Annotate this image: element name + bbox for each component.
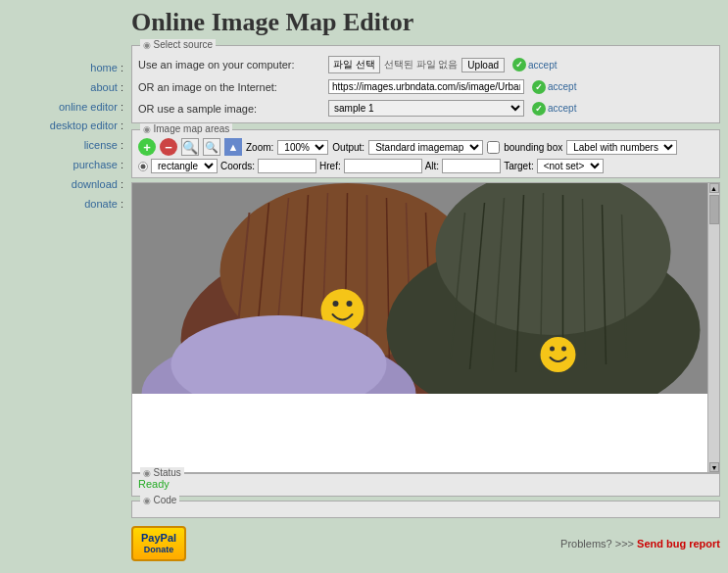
computer-row: Use an image on your computer: 파일 선택 선택된… (138, 56, 713, 73)
coords-row: rectangle circle polygon Coords: Href: A… (138, 159, 713, 173)
sidebar-item-donate[interactable]: donate : (0, 195, 123, 215)
sidebar-item-license[interactable]: license : (0, 136, 123, 156)
code-section: Code (131, 501, 720, 518)
accept-internet-btn[interactable]: ✓ accept (532, 80, 576, 94)
sidebar-item-about[interactable]: about : (0, 78, 123, 98)
code-legend: Code (140, 495, 179, 505)
imagemap-legend: Image map areas (140, 123, 232, 134)
bounding-box-checkbox[interactable] (487, 141, 500, 154)
scroll-down-arrow[interactable]: ▼ (709, 462, 719, 472)
check-icon-internet: ✓ (532, 80, 546, 94)
image-canvas: ▲ ▼ (131, 182, 720, 473)
accept-sample-label: accept (548, 103, 576, 114)
accept-computer-label: accept (528, 60, 557, 71)
source-section: Select source Use an image on your compu… (131, 45, 720, 123)
shape-select[interactable]: rectangle circle polygon (151, 159, 218, 173)
problems-text: Problems? >>> Send bug report (560, 538, 720, 549)
status-legend: Status (140, 467, 184, 478)
scroll-up-arrow[interactable]: ▲ (709, 183, 719, 193)
bounding-box-label: bounding box (504, 142, 562, 153)
content-area: Online Image Map Editor Select source Us… (127, 0, 728, 573)
no-file-label: 선택된 파일 없음 (384, 58, 459, 72)
zoom-label: Zoom: (246, 142, 273, 153)
computer-label: Use an image on your computer: (138, 59, 324, 71)
sample-label: OR use a sample image: (138, 103, 324, 115)
add-area-button[interactable]: + (138, 138, 156, 156)
internet-row: OR an image on the Internet: ✓ accept (138, 79, 713, 94)
label-select[interactable]: Label with numbers No label (566, 140, 677, 155)
alt-label: Alt: (425, 161, 439, 171)
donate-label: Donate (144, 545, 174, 555)
href-input[interactable] (344, 159, 422, 173)
sidebar-item-purchase[interactable]: purchase : (0, 156, 123, 175)
sidebar-item-desktop-editor[interactable]: desktop editor : (0, 117, 123, 136)
zoom-out-button[interactable]: 🔍 (203, 138, 220, 156)
check-icon-sample: ✓ (532, 102, 546, 116)
href-label: Href: (319, 161, 341, 171)
accept-sample-btn[interactable]: ✓ accept (532, 102, 576, 116)
accept-computer-btn[interactable]: ✓ accept (512, 58, 557, 72)
target-label: Target: (504, 161, 534, 171)
file-select-button[interactable]: 파일 선택 (328, 56, 380, 73)
check-icon-computer: ✓ (512, 58, 526, 72)
svg-point-31 (561, 347, 566, 352)
upload-button[interactable]: Upload (461, 58, 505, 72)
coords-input[interactable] (258, 159, 316, 173)
imagemap-section: Image map areas + − 🔍 🔍 ▲ Zoom: 100% 50%… (131, 129, 720, 178)
hat-svg (132, 183, 719, 394)
sidebar-item-online-editor[interactable]: online editor : (0, 98, 123, 118)
sample-row: OR use a sample image: sample 1 ✓ accept (138, 100, 713, 117)
vertical-scrollbar[interactable]: ▲ ▼ (707, 183, 719, 472)
alt-input[interactable] (442, 159, 501, 173)
accept-internet-label: accept (548, 81, 576, 92)
internet-label: OR an image on the Internet: (138, 81, 324, 93)
remove-area-button[interactable]: − (160, 138, 177, 156)
bottom-bar: PayPal Donate Problems? >>> Send bug rep… (131, 522, 720, 565)
source-legend: Select source (140, 39, 216, 50)
svg-point-29 (541, 337, 576, 372)
target-select[interactable]: <not set> _blank _self (537, 159, 604, 173)
page-title: Online Image Map Editor (131, 8, 720, 37)
sample-select[interactable]: sample 1 (328, 100, 524, 117)
output-select[interactable]: Standard imagemap SVG (368, 140, 483, 155)
coords-label: Coords: (220, 161, 255, 171)
paypal-label: PayPal (141, 532, 176, 545)
svg-point-30 (550, 347, 555, 352)
shape-radio[interactable] (138, 162, 148, 171)
send-report-link[interactable]: Send bug report (637, 538, 720, 549)
toolbar-row: + − 🔍 🔍 ▲ Zoom: 100% 50% 200% Output: St… (138, 138, 713, 156)
output-label: Output: (332, 142, 364, 153)
svg-point-15 (347, 301, 353, 307)
zoom-select[interactable]: 100% 50% 200% (277, 140, 328, 155)
paypal-donate-button[interactable]: PayPal Donate (131, 526, 186, 561)
status-text: Ready (138, 476, 713, 492)
status-section: Status Ready (131, 473, 720, 497)
move-up-button[interactable]: ▲ (224, 138, 242, 156)
url-input[interactable] (328, 79, 524, 94)
svg-point-14 (333, 301, 339, 307)
scroll-thumb[interactable] (709, 195, 719, 224)
sidebar-item-home[interactable]: home : (0, 59, 123, 78)
hat-image (132, 183, 719, 394)
sidebar-item-download[interactable]: download : (0, 175, 123, 195)
zoom-in-button[interactable]: 🔍 (181, 138, 199, 156)
sidebar: home : about : online editor : desktop e… (0, 0, 127, 573)
